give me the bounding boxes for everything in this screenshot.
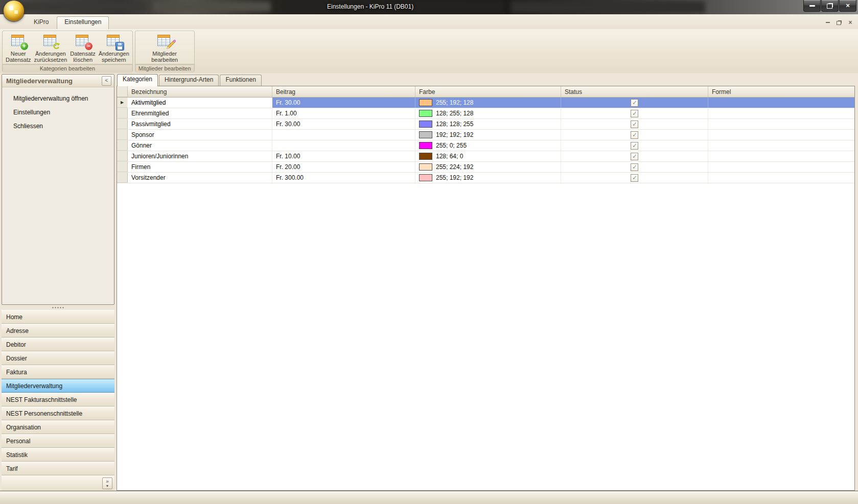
table-row[interactable]: Passivmitglied Fr. 30.00 128; 128; 255 (117, 119, 854, 130)
cell-farbe[interactable]: 255; 224; 192 (415, 162, 561, 172)
cell-status[interactable] (561, 98, 708, 108)
cell-farbe[interactable]: 255; 192; 128 (415, 98, 561, 108)
cell-formel[interactable] (708, 140, 854, 151)
table-row[interactable]: Ehrenmitglied Fr. 1.00 128; 255; 128 (117, 108, 854, 119)
tab-funktionen[interactable]: Funktionen (220, 75, 261, 86)
save-changes-button[interactable]: Änderungen speichern (97, 32, 131, 63)
cell-bezeichnung[interactable]: Gönner (128, 140, 272, 151)
table-row[interactable]: Vorsitzender Fr. 300.00 255; 192; 192 (117, 173, 854, 183)
header-bezeichnung[interactable]: Bezeichnung (128, 86, 272, 97)
close-icon: × (846, 3, 850, 8)
cell-formel[interactable] (708, 130, 854, 140)
cell-beitrag[interactable]: Fr. 30.00 (272, 98, 415, 108)
nav-item[interactable]: Adresse (2, 324, 114, 338)
nav-overflow-button[interactable]: » ▼ (102, 477, 112, 489)
cell-status[interactable] (561, 173, 708, 183)
cell-beitrag[interactable]: Fr. 10.00 (272, 151, 415, 161)
close-button[interactable]: × (839, 0, 856, 12)
nav-item[interactable]: Statistik (2, 448, 114, 462)
cell-bezeichnung[interactable]: Junioren/Juniorinnen (128, 151, 272, 161)
cell-formel[interactable] (708, 119, 854, 129)
cell-farbe[interactable]: 192; 192; 192 (415, 130, 561, 140)
ribbon-tab-einstellungen[interactable]: Einstellungen (57, 16, 109, 29)
nav-item[interactable]: NEST Personenschnittstelle (2, 406, 114, 420)
delete-record-button[interactable]: Datensatz löschen (68, 32, 97, 63)
cell-status[interactable] (561, 108, 708, 118)
cell-bezeichnung[interactable]: Vorsitzender (128, 173, 272, 183)
nav-item[interactable]: Home (2, 310, 114, 324)
sidebar-panel-title: Mitgliederverwaltung (6, 77, 102, 85)
cell-farbe[interactable]: 128; 128; 255 (415, 119, 561, 129)
edit-members-button[interactable]: Mitglieder bearbeiten (150, 32, 179, 63)
nav-item[interactable]: Faktura (2, 365, 114, 379)
cell-status[interactable] (561, 130, 708, 140)
cell-bezeichnung[interactable]: Aktivmitglied (128, 98, 272, 108)
cell-formel[interactable] (708, 98, 854, 108)
cell-farbe[interactable]: 128; 64; 0 (415, 151, 561, 161)
status-checkbox[interactable] (631, 142, 638, 150)
mdi-close-button[interactable]: × (846, 18, 855, 26)
nav-item[interactable]: Tarif (2, 462, 114, 475)
header-farbe[interactable]: Farbe (415, 86, 561, 97)
nav-item[interactable]: Debitor (2, 338, 114, 351)
cell-bezeichnung[interactable]: Ehrenmitglied (128, 108, 272, 118)
mdi-restore-button[interactable] (834, 18, 844, 26)
status-checkbox[interactable] (631, 121, 638, 128)
header-formel[interactable]: Formel (708, 86, 854, 97)
sidebar-link[interactable]: Mitgliederverwaltung öffnen (2, 92, 114, 105)
cell-beitrag[interactable]: Fr. 20.00 (272, 162, 415, 172)
cell-farbe[interactable]: 255; 0; 255 (415, 140, 561, 151)
nav-item[interactable]: Organisation (2, 420, 114, 434)
collapse-left-button[interactable]: < (102, 76, 111, 86)
application-orb-button[interactable] (4, 1, 24, 21)
cell-bezeichnung[interactable]: Sponsor (128, 130, 272, 140)
status-checkbox[interactable] (631, 153, 638, 160)
cell-beitrag[interactable]: Fr. 30.00 (272, 119, 415, 129)
cell-beitrag[interactable] (272, 130, 415, 140)
sidebar-link[interactable]: Einstellungen (2, 106, 114, 119)
reset-changes-button[interactable]: Änderungen zurücksetzen (33, 32, 69, 63)
cell-formel[interactable] (708, 108, 854, 118)
cell-bezeichnung[interactable]: Firmen (128, 162, 272, 172)
status-checkbox[interactable] (631, 174, 638, 182)
nav-item[interactable]: Personal (2, 434, 114, 448)
header-status[interactable]: Status (561, 86, 708, 97)
table-row[interactable]: Sponsor 192; 192; 192 (117, 130, 854, 140)
cell-bezeichnung[interactable]: Passivmitglied (128, 119, 272, 129)
restore-button[interactable] (821, 0, 839, 12)
cell-status[interactable] (561, 140, 708, 151)
sidebar-splitter[interactable] (2, 305, 114, 310)
cell-status[interactable] (561, 151, 708, 161)
background-window-blur (153, 2, 271, 12)
table-row[interactable]: Aktivmitglied Fr. 30.00 255; 192; 128 (117, 98, 854, 108)
cell-formel[interactable] (708, 151, 854, 161)
cell-formel[interactable] (708, 162, 854, 172)
header-beitrag[interactable]: Beitrag (272, 86, 415, 97)
nav-item[interactable]: Dossier (2, 351, 114, 365)
tab-kategorien[interactable]: Kategorien (117, 74, 158, 86)
cell-status[interactable] (561, 162, 708, 172)
table-row[interactable]: Junioren/Juniorinnen Fr. 10.00 128; 64; … (117, 151, 854, 162)
cell-farbe[interactable]: 255; 192; 192 (415, 173, 561, 183)
table-row[interactable]: Firmen Fr. 20.00 255; 224; 192 (117, 162, 854, 173)
cell-beitrag[interactable] (272, 140, 415, 151)
cell-farbe[interactable]: 128; 255; 128 (415, 108, 561, 118)
minimize-button[interactable] (803, 0, 821, 12)
nav-item[interactable]: NEST Fakturaschnittstelle (2, 393, 114, 406)
status-checkbox[interactable] (631, 110, 638, 117)
nav-item[interactable]: Mitgliederverwaltung (2, 379, 114, 393)
tab-hintergrund-arten[interactable]: Hintergrund-Arten (159, 75, 219, 86)
status-checkbox[interactable] (631, 163, 638, 171)
ribbon-tab-kipro[interactable]: KiPro (27, 17, 56, 29)
color-rgb-label: 128; 128; 255 (436, 121, 473, 128)
cell-beitrag[interactable]: Fr. 300.00 (272, 173, 415, 183)
cell-status[interactable] (561, 119, 708, 129)
mdi-minimize-button[interactable] (823, 18, 832, 26)
table-row[interactable]: Gönner 255; 0; 255 (117, 140, 854, 151)
new-record-button[interactable]: Neuer Datensatz (4, 32, 33, 63)
status-checkbox[interactable] (631, 99, 638, 107)
status-checkbox[interactable] (631, 131, 638, 139)
cell-beitrag[interactable]: Fr. 1.00 (272, 108, 415, 118)
cell-formel[interactable] (708, 173, 854, 183)
sidebar-link[interactable]: Schliessen (2, 119, 114, 133)
